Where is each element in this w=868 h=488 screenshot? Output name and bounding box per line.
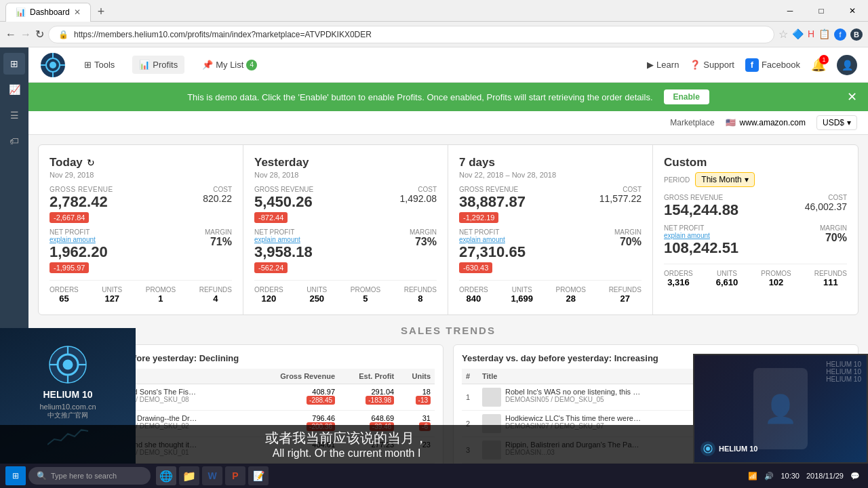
profits-chart-icon: 📊 xyxy=(139,60,150,70)
demo-banner: This is demo data. Click the 'Enable' bu… xyxy=(28,83,868,111)
ext-icon-2[interactable]: H xyxy=(808,28,814,41)
taskbar-chrome[interactable]: 🌐 xyxy=(156,466,176,485)
stat-card-yesterday: Yesterday Nov 28, 2018 GROSS REVENUE 5,4… xyxy=(243,145,448,314)
stat-card-custom: Custom PERIOD This Month ▾ GROSS REVENUE… xyxy=(653,145,858,314)
taskbar-notif-icon: 💬 xyxy=(850,472,860,481)
today-promos-label: PROMOS xyxy=(146,286,176,293)
taskbar: ⊞ 🔍 Type here to search 🌐 📁 W P 📝 📶 🔊 10… xyxy=(0,464,868,488)
nav-tools[interactable]: ⊞ Tools xyxy=(77,56,121,74)
forward-button[interactable]: → xyxy=(20,28,31,41)
taskbar-word[interactable]: W xyxy=(202,466,222,485)
7days-date: Nov 22, 2018 – Nov 28, 2018 xyxy=(459,171,642,179)
custom-explain-link[interactable]: explain amount xyxy=(664,232,738,239)
svg-point-9 xyxy=(706,447,710,451)
active-tab[interactable]: 📊 Dashboard ✕ xyxy=(5,3,91,22)
today-margin-label: MARGIN xyxy=(205,228,232,236)
yest-gross-value: 5,450.26 xyxy=(254,193,313,211)
today-gross-value: 2,782.42 xyxy=(50,193,113,211)
refresh-button[interactable]: ↻ xyxy=(35,28,44,41)
yesterday-footer: ORDERS120 UNITS250 PROMOS5 REFUNDS8 xyxy=(254,280,437,304)
row1-profit: 291.04 -183.98 xyxy=(339,384,398,411)
enable-button[interactable]: Enable xyxy=(664,89,709,104)
today-footer: ORDERS 65 UNITS 127 PROMOS 1 REFUNDS 4 xyxy=(50,280,232,304)
subtitle-overlay: 或者我当前应该说的当月， All right. Or the current m… xyxy=(0,425,693,464)
yest-explain-link[interactable]: explain amount xyxy=(254,236,313,243)
today-cost-value: 820.22 xyxy=(203,193,232,204)
close-button[interactable]: ✕ xyxy=(837,0,868,22)
promo-tagline: 中文推广官网 xyxy=(47,411,88,420)
sidebar-icon-grid[interactable]: ⊞ xyxy=(3,53,25,75)
yest-orders-label: ORDERS xyxy=(254,286,283,293)
user-avatar[interactable]: 👤 xyxy=(837,55,857,75)
yest-units-label: UNITS xyxy=(307,286,327,293)
tab-close-icon[interactable]: ✕ xyxy=(74,7,81,17)
ext-icon-3[interactable]: 📋 xyxy=(818,28,830,41)
taskbar-notepad[interactable]: 📝 xyxy=(248,466,269,485)
address-bar[interactable]: 🔒 https://members.helium10.com/profits/m… xyxy=(48,26,774,43)
facebook-label: Facebook xyxy=(762,60,800,70)
7d-gross-badge: -1,292.19 xyxy=(459,212,498,223)
nav-profits[interactable]: 📊 Profits xyxy=(132,56,184,74)
custom-promos-value: 102 xyxy=(761,277,791,287)
7d-net-value: 27,310.65 xyxy=(459,243,526,261)
yest-net-value: 3,958.18 xyxy=(254,243,313,261)
mylist-label: My List xyxy=(216,60,243,70)
tools-grid-icon: ⊞ xyxy=(84,60,92,70)
taskbar-explorer[interactable]: 📁 xyxy=(179,466,199,485)
taskbar-apps: 🌐 📁 W P 📝 xyxy=(156,466,269,485)
demo-banner-text: This is demo data. Click the 'Enable' bu… xyxy=(187,92,652,102)
nav-my-list[interactable]: 📌 My List 4 xyxy=(195,56,264,75)
today-explain-link[interactable]: explain amount xyxy=(50,236,108,243)
yest-orders-value: 120 xyxy=(254,293,283,304)
yest-margin-label: MARGIN xyxy=(410,228,437,236)
new-tab-button[interactable]: + xyxy=(91,2,112,22)
period-dropdown[interactable]: This Month ▾ xyxy=(695,172,754,187)
7d-cost-value: 11,577.22 xyxy=(599,193,642,204)
browser-extensions: 🔷 H 📋 f B xyxy=(792,28,863,41)
nav-facebook[interactable]: f Facebook xyxy=(745,58,800,72)
lock-icon: 🔒 xyxy=(58,30,68,39)
sidebar-icon-list[interactable]: ☰ xyxy=(3,104,25,126)
custom-gross-label: GROSS REVENUE xyxy=(664,194,738,201)
learn-video-icon: ▶ xyxy=(647,60,654,70)
notification-bell[interactable]: 🔔 1 xyxy=(811,58,826,73)
currency-chevron-icon: ▾ xyxy=(847,118,851,127)
minimize-button[interactable]: ─ xyxy=(774,0,806,22)
period-chevron-icon: ▾ xyxy=(745,175,749,184)
today-refunds-value: 4 xyxy=(199,293,232,304)
taskbar-ppt[interactable]: P xyxy=(225,466,245,485)
stats-grid: Today ↻ Nov 29, 2018 GROSS REVENUE 2,782… xyxy=(38,144,859,315)
sidebar-icon-chart[interactable]: 📈 xyxy=(3,79,25,100)
inc-row1-thumb xyxy=(482,388,501,407)
marketplace-selector[interactable]: 🇺🇸 www.amazon.com xyxy=(726,118,806,127)
inc-row1-title: Robel Inc's WAS no one listening, this t… xyxy=(505,388,641,396)
maximize-button[interactable]: □ xyxy=(806,0,837,22)
yest-gross-badge: -872.44 xyxy=(254,212,288,223)
search-bar[interactable]: 🔍 Type here to search xyxy=(28,467,151,485)
refresh-icon[interactable]: ↻ xyxy=(87,157,95,168)
ext-icon-1[interactable]: 🔷 xyxy=(792,28,804,41)
ext-icon-5[interactable]: B xyxy=(850,28,863,41)
nav-support[interactable]: ❓ Support xyxy=(690,60,734,70)
video-overlay: 👤 HELIUM 10 HELIUM 10 HELIUM 10 HELIUM 1… xyxy=(693,354,868,464)
promo-logo-text: HELIUM 10 xyxy=(43,389,92,400)
currency-selector[interactable]: USD$ ▾ xyxy=(816,115,857,130)
close-banner-button[interactable]: ✕ xyxy=(847,89,857,104)
custom-orders-label: ORDERS xyxy=(664,270,693,277)
today-net-badge: -1,995.97 xyxy=(50,262,89,273)
inc-row1-sku: DEMOASIN05 / DEMO_SKU_05 xyxy=(505,396,641,403)
sidebar-icon-tag[interactable]: 🏷 xyxy=(3,130,25,152)
tab-favicon: 📊 xyxy=(16,7,26,17)
7d-explain-link[interactable]: explain amount xyxy=(459,236,526,243)
7d-gross-label: GROSS REVENUE xyxy=(459,186,526,193)
today-net-label: NET PROFIT xyxy=(50,228,108,236)
video-content: 👤 HELIUM 10 HELIUM 10 HELIUM 10 HELIUM 1… xyxy=(694,355,867,462)
ext-icon-4[interactable]: f xyxy=(834,28,846,41)
nav-learn[interactable]: ▶ Learn xyxy=(647,60,679,70)
bookmark-icon[interactable]: ☆ xyxy=(778,28,788,41)
helium10-overlay-logo: HELIUM 10 xyxy=(700,441,757,457)
start-button[interactable]: ⊞ xyxy=(5,466,26,485)
back-button[interactable]: ← xyxy=(5,28,16,41)
search-placeholder: Type here to search xyxy=(51,472,117,480)
today-promos-value: 1 xyxy=(146,293,176,304)
